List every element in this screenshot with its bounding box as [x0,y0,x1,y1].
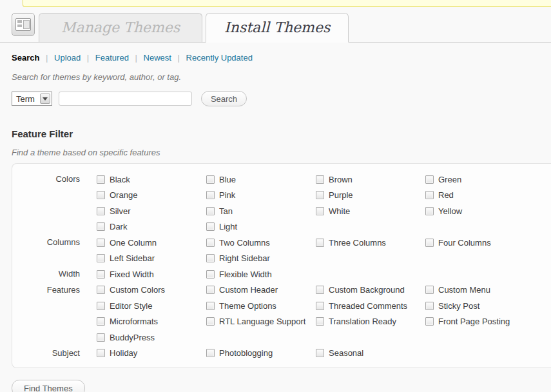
checkbox-icon[interactable] [97,191,105,199]
feature-option[interactable]: Translation Ready [316,317,425,326]
feature-option[interactable]: Photoblogging [206,348,316,358]
checkbox-icon[interactable] [206,222,215,231]
feature-option[interactable]: Silver [97,206,206,216]
feature-option[interactable]: Threaded Comments [316,301,425,311]
checkbox-icon[interactable] [206,349,215,357]
filter-group-label: Width [12,266,97,282]
checkbox-icon[interactable] [425,317,434,326]
feature-option-label: Fixed Width [110,270,154,279]
checkbox-icon[interactable] [206,191,215,199]
feature-filter-description: Find a theme based on specific features [12,148,551,157]
feature-option[interactable]: One Column [97,238,206,248]
filter-group-label: Features [12,282,97,346]
feature-option[interactable]: Two Columns [206,238,316,248]
checkbox-icon[interactable] [425,286,434,294]
feature-option[interactable]: Three Columns [316,238,425,248]
feature-option[interactable]: Sticky Post [425,301,535,311]
feature-option[interactable]: Black [97,175,206,184]
feature-option-label: Pink [219,190,235,200]
nav-separator: | [135,53,137,63]
subnav-upload[interactable]: Upload [54,53,81,63]
checkbox-icon[interactable] [97,270,105,279]
feature-option-label: RTL Language Support [219,317,305,326]
tab-manage-themes[interactable]: Manage Themes [39,13,202,42]
checkbox-icon[interactable] [97,349,105,357]
checkbox-icon[interactable] [206,270,215,279]
checkbox-icon[interactable] [425,207,434,215]
search-type-select[interactable]: Term [12,92,52,106]
feature-option[interactable]: Seasonal [316,348,425,358]
search-button[interactable]: Search [201,91,247,106]
checkbox-icon[interactable] [97,222,105,231]
feature-option[interactable]: Red [425,190,535,200]
feature-option[interactable]: Custom Background [316,285,425,295]
find-themes-button[interactable]: Find Themes [12,380,85,392]
checkbox-icon[interactable] [97,286,105,294]
feature-option[interactable]: Pink [206,190,316,200]
feature-option[interactable]: Brown [316,175,425,184]
feature-option-label: Silver [110,206,131,216]
checkbox-icon[interactable] [206,207,215,215]
subnav-recently-updated[interactable]: Recently Updated [186,53,253,63]
filter-group: WidthFixed WidthFlexible Width [12,266,551,282]
checkbox-icon[interactable] [206,254,215,262]
feature-option[interactable]: Fixed Width [97,270,206,279]
feature-option[interactable]: Editor Style [97,301,206,311]
feature-option[interactable]: Custom Colors [97,285,206,295]
tab-install-themes[interactable]: Install Themes [206,13,349,43]
checkbox-icon[interactable] [316,286,324,294]
checkbox-icon[interactable] [97,302,105,310]
checkbox-icon[interactable] [316,317,324,326]
filter-row: HolidayPhotobloggingSeasonal [97,346,551,362]
feature-option[interactable]: RTL Language Support [206,317,316,326]
feature-option[interactable]: Theme Options [206,301,316,311]
checkbox-icon[interactable] [316,175,324,184]
feature-option[interactable]: Blue [206,175,316,184]
subnav-search[interactable]: Search [12,53,39,63]
checkbox-icon[interactable] [425,175,434,184]
checkbox-icon[interactable] [97,317,105,326]
checkbox-icon[interactable] [316,239,324,247]
feature-option[interactable]: Yellow [425,206,535,216]
checkbox-icon[interactable] [97,333,105,342]
checkbox-icon[interactable] [206,302,215,310]
filter-row: Fixed WidthFlexible Width [97,266,551,282]
feature-option[interactable]: Right Sidebar [206,253,316,263]
feature-option[interactable]: Microformats [97,317,206,326]
search-input[interactable] [59,92,192,106]
checkbox-icon[interactable] [425,302,434,310]
checkbox-icon[interactable] [316,207,324,215]
checkbox-icon[interactable] [97,175,105,184]
feature-option[interactable]: Four Columns [425,238,535,248]
feature-option[interactable]: Flexible Width [206,270,316,279]
checkbox-icon[interactable] [97,254,105,262]
dropdown-arrow-button[interactable] [40,93,50,104]
feature-option[interactable]: Holiday [97,348,206,358]
feature-option[interactable]: Dark [97,222,206,231]
checkbox-icon[interactable] [316,349,324,357]
checkbox-icon[interactable] [206,286,215,294]
checkbox-icon[interactable] [425,191,434,199]
feature-option[interactable]: Front Page Posting [425,317,535,326]
feature-option[interactable]: Orange [97,190,206,200]
feature-option[interactable]: Custom Header [206,285,316,295]
subnav-newest[interactable]: Newest [144,53,171,63]
checkbox-icon[interactable] [316,191,324,199]
checkbox-icon[interactable] [97,239,105,247]
feature-option[interactable]: Light [206,222,316,231]
checkbox-icon[interactable] [316,302,324,310]
feature-option[interactable]: Green [425,175,535,184]
subnav-featured[interactable]: Featured [95,53,129,63]
checkbox-icon[interactable] [425,239,434,247]
checkbox-icon[interactable] [206,317,215,326]
feature-option[interactable]: White [316,206,425,216]
feature-option[interactable]: Tan [206,206,316,216]
feature-option-label: Blue [219,175,236,184]
feature-option[interactable]: Custom Menu [425,285,535,295]
feature-option[interactable]: Left Sidebar [97,253,206,263]
checkbox-icon[interactable] [206,175,215,184]
feature-option[interactable]: BuddyPress [97,333,206,342]
feature-option[interactable]: Purple [316,190,425,200]
checkbox-icon[interactable] [97,207,105,215]
checkbox-icon[interactable] [206,239,215,247]
